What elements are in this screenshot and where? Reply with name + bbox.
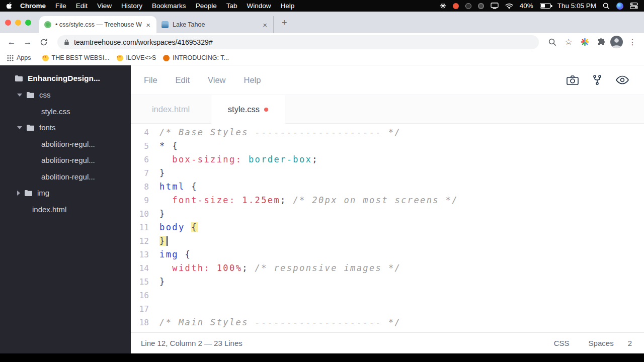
browser-tab-style-css[interactable]: • css/style.css — Treehouse W × bbox=[39, 16, 156, 33]
forward-button[interactable]: → bbox=[21, 37, 34, 47]
code-line[interactable]: 4/* Base Styles -------------------- */ bbox=[131, 126, 644, 139]
code-line[interactable]: 17 bbox=[131, 302, 644, 316]
workspace-menu-edit[interactable]: Edit bbox=[176, 75, 190, 85]
reload-button[interactable] bbox=[37, 38, 50, 46]
code-token bbox=[159, 263, 172, 273]
window-close-button[interactable] bbox=[5, 20, 11, 26]
menubar-item-tab[interactable]: Tab bbox=[226, 2, 237, 10]
battery-icon[interactable] bbox=[540, 3, 551, 9]
menubar-status-dot-icon[interactable] bbox=[453, 3, 459, 9]
sidebar-folder-fonts[interactable]: fonts bbox=[0, 120, 131, 136]
menubar-item-history[interactable]: History bbox=[121, 2, 142, 10]
line-number: 18 bbox=[131, 316, 149, 329]
sidebar-folder-css[interactable]: css bbox=[0, 87, 131, 104]
display-icon[interactable] bbox=[491, 3, 499, 9]
menubar-item-bookmarks[interactable]: Bookmarks bbox=[152, 2, 186, 10]
battery-percent: 40% bbox=[520, 2, 533, 10]
menubar-item-window[interactable]: Window bbox=[247, 2, 271, 10]
sidebar-folder-enhancingdesign[interactable]: EnhancingDesign... bbox=[0, 70, 131, 87]
code-editor[interactable]: 4/* Base Styles -------------------- */5… bbox=[131, 124, 644, 332]
menubar-status-ring-icon[interactable] bbox=[465, 3, 471, 9]
zoom-icon[interactable] bbox=[546, 38, 559, 46]
spotlight-search-icon[interactable] bbox=[603, 3, 610, 10]
code-line[interactable]: 5* { bbox=[131, 139, 644, 153]
unsaved-dot bbox=[264, 108, 268, 112]
tab-close-icon[interactable]: × bbox=[145, 21, 151, 29]
code-line[interactable]: 16 bbox=[131, 289, 644, 302]
apple-menu-icon[interactable] bbox=[6, 2, 13, 10]
code-token: /* 20px on most screens */ bbox=[293, 195, 458, 205]
syntax-mode-selector[interactable]: CSS bbox=[554, 339, 570, 347]
profile-avatar[interactable] bbox=[610, 36, 623, 48]
url-bar[interactable]: teamtreehouse.com/workspaces/41695329# bbox=[57, 35, 539, 49]
code-line[interactable]: 18/* Main Styles -------------------- */ bbox=[131, 316, 644, 329]
menubar-item-view[interactable]: View bbox=[97, 2, 112, 10]
sidebar-file-abolition-regul[interactable]: abolition-regul... bbox=[0, 152, 131, 169]
menubar-item-help[interactable]: Help bbox=[280, 2, 294, 10]
workspace-menu-help[interactable]: Help bbox=[244, 75, 261, 85]
code-token: { bbox=[179, 249, 191, 259]
fork-icon[interactable] bbox=[593, 75, 602, 85]
code-token bbox=[242, 154, 249, 164]
menubar-app-name[interactable]: Chrome bbox=[20, 2, 46, 10]
menubar-clock[interactable]: Thu 5:05 PM bbox=[557, 2, 596, 10]
control-center-icon[interactable] bbox=[630, 3, 638, 9]
extensions-puzzle-icon[interactable] bbox=[594, 38, 607, 46]
code-line[interactable]: 13img { bbox=[131, 248, 644, 261]
siri-icon[interactable] bbox=[616, 3, 623, 10]
code-line[interactable]: 14 width: 100%; /* responsive images */ bbox=[131, 261, 644, 275]
workspace-menu-view[interactable]: View bbox=[208, 75, 225, 85]
sidebar-item-label: EnhancingDesign... bbox=[28, 74, 100, 83]
bookmark-item-introducing-t[interactable]: INTRODUCING: T... bbox=[163, 54, 229, 61]
editor-tab-index-html[interactable]: index.html bbox=[131, 95, 211, 124]
code-line[interactable]: 10} bbox=[131, 207, 644, 221]
code-line[interactable]: 7} bbox=[131, 166, 644, 180]
indent-size-selector[interactable]: 2 bbox=[628, 339, 632, 347]
menubar-status-disc-icon[interactable] bbox=[478, 3, 484, 9]
sidebar-file-index-html[interactable]: index.html bbox=[0, 201, 131, 218]
code-line[interactable]: 11body { bbox=[131, 221, 644, 234]
code-token: 100% bbox=[217, 263, 243, 273]
sidebar-file-style-css[interactable]: style.css bbox=[0, 103, 131, 120]
sidebar-folder-img[interactable]: img bbox=[0, 185, 131, 202]
code-text: } bbox=[149, 234, 168, 248]
tab-close-icon[interactable]: × bbox=[262, 21, 268, 29]
snowflake-icon[interactable] bbox=[440, 3, 446, 9]
sidebar-file-abolition-regul[interactable]: abolition-regul... bbox=[0, 136, 131, 152]
menubar-item-file[interactable]: File bbox=[55, 2, 66, 10]
window-minimize-button[interactable] bbox=[15, 20, 21, 26]
file-tree-sidebar: EnhancingDesign...cssstyle.cssfontsaboli… bbox=[0, 65, 131, 353]
sidebar-file-abolition-regul[interactable]: abolition-regul... bbox=[0, 168, 131, 185]
chevron-down-icon[interactable] bbox=[17, 94, 22, 97]
chevron-right-icon[interactable] bbox=[17, 191, 20, 196]
code-token: } bbox=[159, 209, 166, 219]
bookmark-item-the-best-websi[interactable]: THE BEST WEBSI... bbox=[42, 54, 110, 61]
chevron-down-icon[interactable] bbox=[17, 126, 22, 129]
letterbox-bar bbox=[0, 353, 644, 362]
new-tab-button[interactable]: + bbox=[277, 15, 292, 30]
preview-eye-icon[interactable] bbox=[616, 75, 629, 84]
code-line[interactable]: 8html { bbox=[131, 180, 644, 194]
wifi-icon[interactable] bbox=[505, 3, 513, 9]
bookmark-item-ilove-s[interactable]: ILOVE<>S bbox=[117, 54, 156, 61]
window-zoom-button[interactable] bbox=[25, 20, 31, 26]
code-line[interactable]: 9 font-size: 1.25em; /* 20px on most scr… bbox=[131, 194, 644, 207]
back-button[interactable]: ← bbox=[5, 37, 18, 47]
menubar-item-people[interactable]: People bbox=[196, 2, 217, 10]
extension-pinwheel-icon[interactable] bbox=[578, 38, 591, 46]
apps-shortcut[interactable]: Apps bbox=[7, 54, 31, 61]
menubar-item-edit[interactable]: Edit bbox=[76, 2, 88, 10]
bookmark-star-icon[interactable]: ☆ bbox=[562, 37, 575, 47]
browser-tab-lake-tahoe[interactable]: Lake Tahoe × bbox=[156, 16, 274, 33]
chrome-menu-icon[interactable]: ⋮ bbox=[626, 37, 639, 47]
code-token: body bbox=[159, 222, 185, 232]
editor-tab-style-css[interactable]: style.css bbox=[211, 95, 285, 124]
camera-icon[interactable] bbox=[567, 75, 579, 85]
workspace-menu-file[interactable]: File bbox=[144, 75, 157, 85]
code-line[interactable]: 12} bbox=[131, 234, 644, 248]
url-text[interactable]: teamtreehouse.com/workspaces/41695329# bbox=[74, 38, 213, 46]
code-line[interactable]: 15} bbox=[131, 275, 644, 289]
code-line[interactable]: 6 box-sizing: border-box; bbox=[131, 153, 644, 166]
folder-icon bbox=[15, 75, 23, 81]
indent-type-selector[interactable]: Spaces bbox=[589, 339, 614, 347]
